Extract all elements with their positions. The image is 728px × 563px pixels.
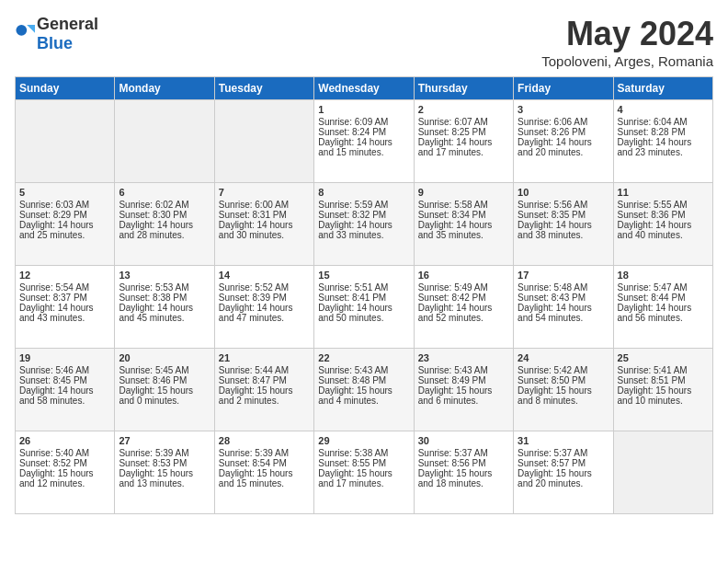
sunset-text: Sunset: 8:34 PM <box>418 210 486 220</box>
sunrise-text: Sunrise: 5:48 AM <box>518 282 587 293</box>
sunset-text: Sunset: 8:41 PM <box>318 293 386 303</box>
calendar-cell: 25Sunrise: 5:41 AMSunset: 8:51 PMDayligh… <box>613 349 712 431</box>
sunset-text: Sunset: 8:55 PM <box>318 458 386 468</box>
calendar-cell: 17Sunrise: 5:48 AMSunset: 8:43 PMDayligh… <box>514 266 613 349</box>
daylight-text: Daylight: 15 hours and 12 minutes. <box>19 468 94 488</box>
calendar-cell: 29Sunrise: 5:38 AMSunset: 8:55 PMDayligh… <box>314 431 414 514</box>
daylight-text: Daylight: 15 hours and 0 minutes. <box>119 385 193 406</box>
day-number: 6 <box>119 187 210 198</box>
sunrise-text: Sunrise: 5:53 AM <box>119 282 188 293</box>
sunset-text: Sunset: 8:37 PM <box>19 293 87 303</box>
week-row-4: 19Sunrise: 5:46 AMSunset: 8:45 PMDayligh… <box>16 349 713 431</box>
sunrise-text: Sunrise: 6:06 AM <box>518 117 587 127</box>
sunrise-text: Sunrise: 5:56 AM <box>518 200 587 210</box>
day-number: 17 <box>518 270 609 281</box>
daylight-text: Daylight: 14 hours and 50 minutes. <box>318 303 392 323</box>
calendar-cell: 2Sunrise: 6:07 AMSunset: 8:25 PMDaylight… <box>414 100 513 183</box>
sunset-text: Sunset: 8:44 PM <box>618 293 686 303</box>
calendar-cell: 15Sunrise: 5:51 AMSunset: 8:41 PMDayligh… <box>314 266 414 349</box>
daylight-text: Daylight: 15 hours and 20 minutes. <box>518 468 592 488</box>
calendar-cell: 23Sunrise: 5:43 AMSunset: 8:49 PMDayligh… <box>414 349 513 431</box>
daylight-text: Daylight: 15 hours and 8 minutes. <box>518 385 592 406</box>
svg-point-0 <box>16 25 27 36</box>
calendar-cell: 8Sunrise: 5:59 AMSunset: 8:32 PMDaylight… <box>314 183 414 266</box>
daylight-text: Daylight: 15 hours and 10 minutes. <box>618 385 692 406</box>
sunset-text: Sunset: 8:35 PM <box>518 210 586 220</box>
calendar-subtitle: Topoloveni, Arges, Romania <box>541 53 713 69</box>
day-number: 5 <box>19 187 110 198</box>
calendar-cell: 7Sunrise: 6:00 AMSunset: 8:31 PMDaylight… <box>214 183 313 266</box>
daylight-text: Daylight: 14 hours and 56 minutes. <box>618 303 692 323</box>
daylight-text: Daylight: 14 hours and 38 minutes. <box>518 220 592 240</box>
header-day-tuesday: Tuesday <box>214 77 313 100</box>
day-number: 26 <box>19 435 110 446</box>
calendar-cell: 4Sunrise: 6:04 AMSunset: 8:28 PMDaylight… <box>613 100 712 183</box>
day-number: 25 <box>618 352 709 363</box>
sunrise-text: Sunrise: 5:45 AM <box>119 365 188 375</box>
day-number: 2 <box>418 104 509 115</box>
calendar-table: SundayMondayTuesdayWednesdayThursdayFrid… <box>15 76 713 514</box>
sunset-text: Sunset: 8:28 PM <box>618 127 686 137</box>
daylight-text: Daylight: 15 hours and 4 minutes. <box>318 385 392 406</box>
sunrise-text: Sunrise: 6:03 AM <box>19 200 89 210</box>
sunset-text: Sunset: 8:50 PM <box>518 375 586 385</box>
sunset-text: Sunset: 8:56 PM <box>418 458 486 468</box>
daylight-text: Daylight: 15 hours and 15 minutes. <box>219 468 293 488</box>
day-number: 15 <box>318 270 409 281</box>
calendar-cell: 30Sunrise: 5:37 AMSunset: 8:56 PMDayligh… <box>414 431 513 514</box>
sunrise-text: Sunrise: 5:44 AM <box>219 365 289 375</box>
calendar-cell: 21Sunrise: 5:44 AMSunset: 8:47 PMDayligh… <box>214 349 313 431</box>
sunrise-text: Sunrise: 5:41 AM <box>618 365 688 375</box>
sunset-text: Sunset: 8:32 PM <box>318 210 386 220</box>
sunrise-text: Sunrise: 5:43 AM <box>418 365 488 375</box>
calendar-cell <box>115 100 214 183</box>
day-number: 18 <box>618 270 709 281</box>
day-number: 20 <box>119 352 210 363</box>
sunset-text: Sunset: 8:39 PM <box>219 293 287 303</box>
sunset-text: Sunset: 8:45 PM <box>19 375 87 385</box>
calendar-cell: 16Sunrise: 5:49 AMSunset: 8:42 PMDayligh… <box>414 266 513 349</box>
daylight-text: Daylight: 15 hours and 6 minutes. <box>418 385 493 406</box>
sunrise-text: Sunrise: 5:51 AM <box>318 282 388 293</box>
daylight-text: Daylight: 14 hours and 33 minutes. <box>318 220 392 240</box>
day-number: 22 <box>318 352 409 363</box>
header-day-thursday: Thursday <box>414 77 513 100</box>
daylight-text: Daylight: 14 hours and 23 minutes. <box>618 137 692 157</box>
calendar-cell: 24Sunrise: 5:42 AMSunset: 8:50 PMDayligh… <box>514 349 613 431</box>
day-number: 10 <box>518 187 609 198</box>
sunset-text: Sunset: 8:46 PM <box>119 375 187 385</box>
sunrise-text: Sunrise: 5:58 AM <box>418 200 488 210</box>
sunrise-text: Sunrise: 6:09 AM <box>318 117 388 127</box>
sunset-text: Sunset: 8:52 PM <box>19 458 87 468</box>
daylight-text: Daylight: 15 hours and 18 minutes. <box>418 468 493 488</box>
calendar-cell: 5Sunrise: 6:03 AMSunset: 8:29 PMDaylight… <box>16 183 115 266</box>
header-row: SundayMondayTuesdayWednesdayThursdayFrid… <box>16 77 713 100</box>
sunset-text: Sunset: 8:31 PM <box>219 210 287 220</box>
daylight-text: Daylight: 14 hours and 54 minutes. <box>518 303 592 323</box>
sunset-text: Sunset: 8:54 PM <box>219 458 287 468</box>
sunrise-text: Sunrise: 5:39 AM <box>219 448 289 458</box>
sunrise-text: Sunrise: 5:46 AM <box>19 365 89 375</box>
calendar-cell: 11Sunrise: 5:55 AMSunset: 8:36 PMDayligh… <box>613 183 712 266</box>
daylight-text: Daylight: 14 hours and 40 minutes. <box>618 220 692 240</box>
daylight-text: Daylight: 14 hours and 15 minutes. <box>318 137 392 157</box>
day-number: 12 <box>19 270 110 281</box>
calendar-cell: 22Sunrise: 5:43 AMSunset: 8:48 PMDayligh… <box>314 349 414 431</box>
sunset-text: Sunset: 8:51 PM <box>618 375 686 385</box>
daylight-text: Daylight: 14 hours and 20 minutes. <box>518 137 592 157</box>
daylight-text: Daylight: 14 hours and 28 minutes. <box>119 220 193 240</box>
calendar-cell: 14Sunrise: 5:52 AMSunset: 8:39 PMDayligh… <box>214 266 313 349</box>
sunset-text: Sunset: 8:43 PM <box>518 293 586 303</box>
sunset-text: Sunset: 8:25 PM <box>418 127 486 137</box>
calendar-cell: 9Sunrise: 5:58 AMSunset: 8:34 PMDaylight… <box>414 183 513 266</box>
sunrise-text: Sunrise: 6:04 AM <box>618 117 688 127</box>
daylight-text: Daylight: 14 hours and 47 minutes. <box>219 303 293 323</box>
calendar-cell: 19Sunrise: 5:46 AMSunset: 8:45 PMDayligh… <box>16 349 115 431</box>
header-day-friday: Friday <box>514 77 613 100</box>
day-number: 30 <box>418 435 509 446</box>
day-number: 11 <box>618 187 709 198</box>
daylight-text: Daylight: 14 hours and 17 minutes. <box>418 137 493 157</box>
calendar-cell: 6Sunrise: 6:02 AMSunset: 8:30 PMDaylight… <box>115 183 214 266</box>
calendar-cell: 31Sunrise: 5:37 AMSunset: 8:57 PMDayligh… <box>514 431 613 514</box>
sunset-text: Sunset: 8:48 PM <box>318 375 386 385</box>
